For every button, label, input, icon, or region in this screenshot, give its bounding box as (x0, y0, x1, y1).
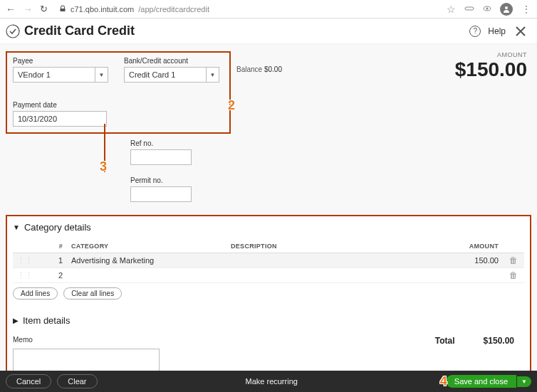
row-num: 2 (33, 268, 67, 283)
memo-textarea[interactable] (13, 349, 160, 371)
col-num: # (33, 240, 67, 253)
bank-select[interactable]: Credit Card 1 ▼ (124, 67, 219, 83)
clear-button[interactable]: Clear (57, 374, 97, 388)
chevron-down-icon[interactable]: ▼ (95, 68, 108, 82)
logo-icon (6, 24, 20, 38)
payment-date-input[interactable]: 10/31/2020 (13, 111, 107, 127)
browser-toolbar: ← → ↻ c71.qbo.intuit.com/app/creditcardc… (0, 0, 537, 18)
payee-value: VEndor 1 (18, 70, 51, 79)
balance-value: $0.00 (264, 65, 282, 73)
row-category[interactable] (67, 268, 226, 283)
url-path: /app/creditcardcredit (138, 5, 209, 14)
col-description: DESCRIPTION (226, 240, 417, 253)
row-description[interactable] (226, 253, 417, 268)
payee-section: Payee VEndor 1 ▼ Bank/Credit account Cre… (6, 51, 231, 134)
item-title: Item details (23, 315, 70, 326)
add-lines-button[interactable]: Add lines (13, 287, 58, 300)
caret-down-icon: ▼ (13, 223, 20, 231)
clear-lines-button[interactable]: Clear all lines (63, 287, 122, 300)
address-bar[interactable]: c71.qbo.intuit.com/app/creditcardcredit (55, 5, 439, 14)
row-num: 1 (33, 253, 67, 268)
kebab-menu-icon[interactable]: ⋮ (521, 4, 531, 15)
cancel-button[interactable]: Cancel (6, 374, 51, 388)
extension-icon[interactable] (464, 4, 474, 14)
trash-icon[interactable]: 🗑 (509, 270, 518, 280)
svg-point-2 (486, 7, 489, 9)
item-details-toggle[interactable]: ▶ Item details (13, 315, 524, 326)
make-recurring-link[interactable]: Make recurring (103, 377, 440, 386)
trash-icon[interactable]: 🗑 (509, 255, 518, 265)
help-label[interactable]: Help (488, 26, 506, 36)
memo-label: Memo (13, 336, 160, 344)
amount-label: AMOUNT (455, 51, 527, 58)
form-content: Payee VEndor 1 ▼ Bank/Credit account Cre… (0, 44, 537, 371)
bank-label: Bank/Credit account (124, 57, 219, 65)
bookmark-icon[interactable]: ☆ (447, 4, 456, 15)
balance-label: Balance (236, 65, 262, 73)
row-amount[interactable] (417, 268, 503, 283)
forward-button[interactable]: → (23, 4, 33, 15)
help-icon[interactable]: ? (469, 26, 481, 37)
page-header: Credit Card Credit ? Help (0, 18, 537, 44)
category-details-section: ▼ Category details # CATEGORY DESCRIPTIO… (6, 215, 531, 371)
total-label: Total (435, 336, 455, 346)
annotation-three: 3 (100, 159, 107, 174)
chevron-down-icon[interactable]: ▼ (206, 68, 219, 82)
table-row[interactable]: ⋮⋮ 2 🗑 (13, 268, 524, 283)
payee-label: Payee (13, 57, 108, 65)
footer-bar: Cancel Clear Make recurring 4 Save and c… (0, 371, 537, 392)
svg-point-3 (505, 6, 508, 9)
table-row[interactable]: ⋮⋮ 1 Advertising & Marketing 150.00 🗑 (13, 253, 524, 268)
payment-date-value: 10/31/2020 (18, 115, 57, 123)
url-host: c71.qbo.intuit.com (71, 5, 134, 14)
close-button[interactable] (513, 23, 528, 39)
drag-handle-icon[interactable]: ⋮⋮ (17, 256, 33, 265)
row-category[interactable]: Advertising & Marketing (67, 253, 226, 268)
row-amount[interactable]: 150.00 (417, 253, 503, 268)
payment-date-label: Payment date (13, 101, 107, 109)
svg-rect-0 (465, 7, 474, 10)
reload-button[interactable]: ↻ (40, 4, 48, 14)
drag-handle-icon[interactable]: ⋮⋮ (17, 271, 33, 280)
ref-label: RRef no. (130, 139, 531, 147)
category-grid: # CATEGORY DESCRIPTION AMOUNT ⋮⋮ 1 Adver… (13, 240, 524, 283)
col-category: CATEGORY (67, 240, 226, 253)
lock-icon (59, 5, 66, 14)
row-description[interactable] (226, 268, 417, 283)
amount-value: $150.00 (455, 58, 527, 81)
reader-icon[interactable] (483, 4, 491, 14)
col-amount: AMOUNT (417, 240, 503, 253)
avatar[interactable] (500, 3, 513, 16)
category-title: Category details (24, 222, 91, 233)
ref-input[interactable] (130, 149, 192, 165)
permit-input[interactable] (130, 186, 192, 202)
category-details-toggle[interactable]: ▼ Category details (13, 222, 524, 233)
balance-text: Balance $0.00 (236, 65, 282, 73)
save-button[interactable]: Save and close (446, 375, 516, 388)
save-dropdown-caret[interactable]: ▼ (517, 376, 531, 387)
payee-select[interactable]: VEndor 1 ▼ (13, 67, 108, 83)
total-value: $150.00 (484, 336, 514, 346)
page-title: Credit Card Credit (24, 23, 469, 38)
bank-value: Credit Card 1 (129, 70, 175, 79)
back-button[interactable]: ← (6, 4, 16, 15)
permit-label: Permit no. (130, 176, 531, 184)
caret-right-icon: ▶ (13, 317, 19, 324)
